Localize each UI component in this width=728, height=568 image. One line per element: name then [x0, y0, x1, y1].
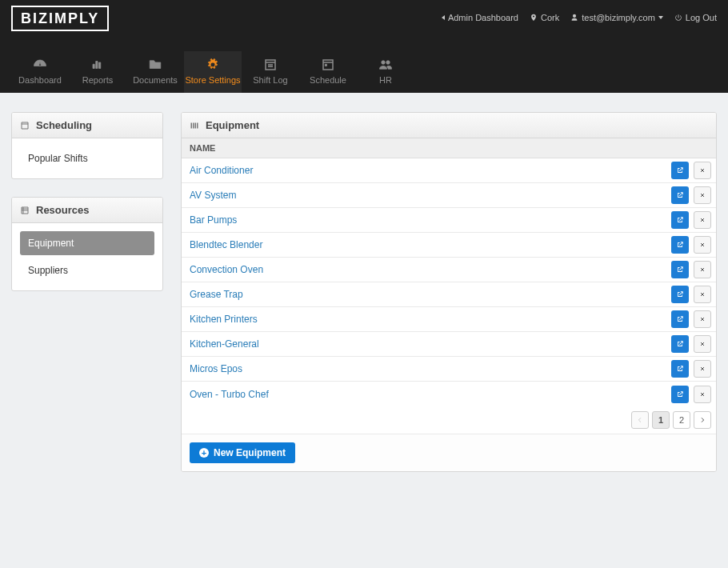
edit-button[interactable] — [671, 335, 689, 353]
new-equipment-label: New Equipment — [214, 447, 286, 458]
edit-button[interactable] — [671, 186, 689, 204]
user-link[interactable]: test@bizimply.com — [570, 13, 663, 22]
cogs-icon — [204, 58, 222, 72]
logout-link[interactable]: Log Out — [674, 13, 717, 22]
pin-icon — [530, 14, 538, 22]
nav-item-documents[interactable]: Documents — [126, 51, 184, 93]
nav-item-reports[interactable]: Reports — [69, 51, 126, 93]
folder-icon — [146, 58, 164, 72]
external-link-icon — [676, 290, 684, 298]
user-icon — [570, 14, 578, 22]
external-link-icon — [676, 315, 684, 323]
pager-page-2[interactable]: 2 — [673, 411, 690, 429]
pager-page-1[interactable]: 1 — [652, 411, 670, 429]
equipment-link[interactable]: Micros Epos — [190, 363, 242, 374]
edit-button[interactable] — [671, 286, 689, 303]
main-nav: DashboardReportsDocumentsStore SettingsS… — [0, 35, 728, 93]
chevron-down-icon — [658, 16, 663, 19]
app-header: BIZIMPLY Admin Dashboard Cork test@bizim… — [0, 0, 728, 93]
plus-circle-icon: + — [199, 448, 209, 458]
logout-label: Log Out — [686, 13, 717, 22]
external-link-icon — [676, 166, 684, 174]
panel-footer: + New Equipment — [182, 434, 716, 471]
delete-button[interactable] — [694, 386, 711, 403]
pager-prev — [631, 411, 649, 429]
nav-label: Schedule — [310, 75, 346, 85]
table-body: Air ConditionerAV SystemBar PumpsBlendte… — [182, 158, 716, 406]
sidebar-item-popular-shifts[interactable]: Popular Shifts — [20, 146, 154, 170]
delete-button[interactable] — [694, 286, 711, 303]
delete-button[interactable] — [694, 261, 711, 278]
nav-label: Store Settings — [185, 75, 240, 85]
sidebar-section-scheduling: SchedulingPopular Shifts — [11, 112, 163, 179]
table-row: Bar Pumps — [182, 208, 716, 233]
table-row: Grease Trap — [182, 282, 716, 307]
nav-label: Reports — [82, 75, 114, 85]
nav-item-store-settings[interactable]: Store Settings — [184, 51, 242, 93]
nav-item-hr[interactable]: HR — [357, 51, 414, 93]
equipment-link[interactable]: AV System — [190, 190, 236, 201]
admin-dashboard-link[interactable]: Admin Dashboard — [442, 13, 518, 22]
delete-button[interactable] — [694, 310, 711, 328]
sidebar-item-suppliers[interactable]: Suppliers — [20, 258, 154, 282]
close-icon — [699, 266, 706, 273]
equipment-panel: Equipment NAME Air ConditionerAV SystemB… — [181, 112, 717, 472]
edit-button[interactable] — [671, 261, 689, 278]
external-link-icon — [676, 241, 684, 249]
delete-button[interactable] — [694, 162, 711, 179]
equipment-link[interactable]: Blendtec Blender — [190, 239, 262, 250]
calendar-icon — [319, 58, 337, 72]
equipment-panel-header: Equipment — [182, 113, 716, 138]
delete-button[interactable] — [694, 335, 711, 353]
edit-button[interactable] — [671, 310, 689, 328]
logo[interactable]: BIZIMPLY — [11, 6, 109, 31]
location-label: Cork — [541, 13, 559, 22]
close-icon — [699, 291, 706, 298]
equipment-link[interactable]: Kitchen-General — [190, 338, 259, 350]
external-link-icon — [676, 191, 684, 199]
nav-item-shift-log[interactable]: Shift Log — [242, 51, 299, 93]
delete-button[interactable] — [694, 236, 711, 254]
delete-button[interactable] — [694, 211, 711, 229]
close-icon — [699, 192, 706, 198]
close-icon — [699, 341, 706, 347]
edit-button[interactable] — [671, 162, 689, 179]
close-icon — [699, 217, 706, 223]
edit-button[interactable] — [671, 360, 689, 378]
table-row: Kitchen Printers — [182, 307, 716, 332]
close-icon — [699, 316, 706, 322]
edit-button[interactable] — [671, 386, 689, 403]
edit-button[interactable] — [671, 211, 689, 229]
chart-icon — [89, 58, 106, 72]
equipment-link[interactable]: Kitchen Printers — [190, 314, 258, 325]
close-icon — [699, 167, 706, 174]
calendar-lines-icon — [262, 58, 279, 72]
new-equipment-button[interactable]: + New Equipment — [190, 442, 295, 463]
nav-label: Shift Log — [253, 75, 287, 85]
equipment-link[interactable]: Convection Oven — [190, 264, 263, 275]
nav-item-schedule[interactable]: Schedule — [299, 51, 357, 93]
main-area: Equipment NAME Air ConditionerAV SystemB… — [181, 112, 717, 472]
location-link[interactable]: Cork — [530, 13, 559, 22]
equipment-link[interactable]: Bar Pumps — [190, 214, 237, 226]
calendar-icon — [20, 121, 30, 130]
sidebar-section-title: Resources — [36, 204, 89, 216]
sidebar-section-title: Scheduling — [36, 119, 92, 131]
delete-button[interactable] — [694, 186, 711, 204]
pager-next[interactable] — [694, 411, 711, 429]
equipment-link[interactable]: Oven - Turbo Chef — [190, 389, 269, 400]
equipment-link[interactable]: Air Conditioner — [190, 165, 253, 176]
sidebar-item-equipment[interactable]: Equipment — [20, 231, 154, 255]
table-row: Kitchen-General — [182, 332, 716, 357]
content: SchedulingPopular ShiftsResourcesEquipme… — [0, 93, 728, 491]
admin-dashboard-label: Admin Dashboard — [448, 13, 518, 22]
external-link-icon — [676, 266, 684, 274]
edit-button[interactable] — [671, 236, 689, 254]
table-row: AV System — [182, 183, 716, 208]
sidebar-section-header: Scheduling — [12, 113, 162, 138]
delete-button[interactable] — [694, 360, 711, 378]
svg-rect-0 — [325, 64, 326, 66]
nav-item-dashboard[interactable]: Dashboard — [11, 51, 69, 93]
sidebar-section-body: EquipmentSuppliers — [12, 223, 162, 290]
equipment-link[interactable]: Grease Trap — [190, 289, 243, 300]
